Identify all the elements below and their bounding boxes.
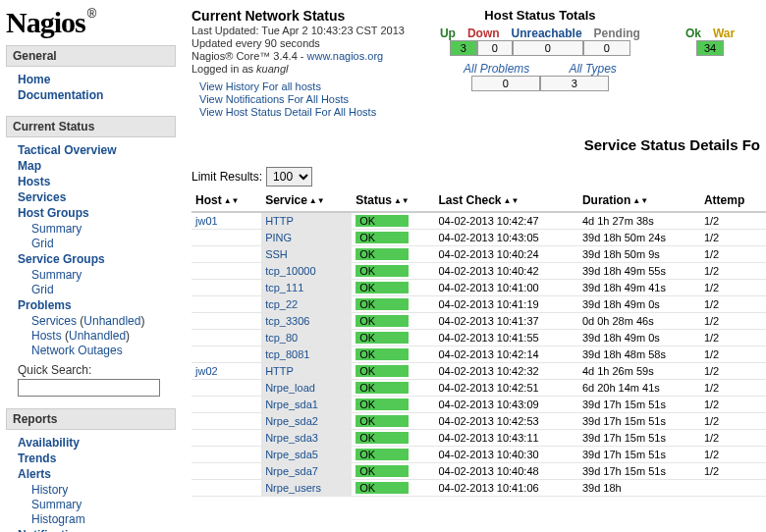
cell-attempt: 1/2 xyxy=(700,363,766,380)
cell-service[interactable]: Nrpe_sda2 xyxy=(261,413,352,430)
cell-service[interactable]: tcp_111 xyxy=(261,280,352,296)
nav-link[interactable]: Network Outages xyxy=(31,344,174,357)
nav-link[interactable]: Trends xyxy=(18,452,174,465)
col-up[interactable]: Up xyxy=(434,27,462,40)
status-last-updated: Last Updated: Tue Apr 2 10:43:23 CST 201… xyxy=(192,25,405,36)
th-attempt[interactable]: Attemp xyxy=(700,190,766,212)
cell-status: OK xyxy=(352,296,434,313)
link-view-history[interactable]: View History For all hosts xyxy=(199,80,405,92)
cell-service[interactable]: tcp_22 xyxy=(261,296,352,313)
th-service[interactable]: Service▲▼ xyxy=(261,190,352,212)
cell-duration: 39d 18h 48m 58s xyxy=(578,346,700,363)
cell-last-check: 04-02-2013 10:41:55 xyxy=(434,330,577,346)
cell-status: OK xyxy=(352,330,434,346)
logo: Nagios ® xyxy=(6,6,176,39)
all-types-label[interactable]: All Types xyxy=(569,62,616,76)
cell-service[interactable]: Nrpe_sda5 xyxy=(261,447,352,463)
quick-search-input[interactable] xyxy=(18,379,160,397)
sort-icon[interactable]: ▲▼ xyxy=(632,197,648,204)
val-up[interactable]: 3 xyxy=(450,40,477,56)
nav-link[interactable]: Alerts xyxy=(18,467,174,481)
cell-duration: 39d 18h 50m 9s xyxy=(578,246,700,263)
cell-service[interactable]: Nrpe_load xyxy=(261,380,352,397)
col-ok[interactable]: Ok xyxy=(680,27,707,40)
cell-duration: 39d 17h 15m 51s xyxy=(578,447,700,463)
val-ok[interactable]: 34 xyxy=(696,40,724,56)
cell-duration: 39d 18h 50m 24s xyxy=(578,230,700,246)
sort-icon[interactable]: ▲▼ xyxy=(504,197,520,204)
cell-service[interactable]: HTTP xyxy=(261,212,352,230)
cell-duration: 39d 18h 49m 41s xyxy=(578,280,700,296)
limit-select[interactable]: 100 xyxy=(266,167,312,186)
cell-service[interactable]: Nrpe_sda3 xyxy=(261,430,352,447)
th-status[interactable]: Status▲▼ xyxy=(352,190,434,212)
cell-service[interactable]: tcp_10000 xyxy=(261,263,352,280)
th-duration[interactable]: Duration▲▼ xyxy=(578,190,700,212)
nav-link[interactable]: Services (Unhandled) xyxy=(31,314,174,328)
nagios-org-link[interactable]: www.nagios.org xyxy=(307,50,384,62)
nav-link[interactable]: Hosts xyxy=(18,175,174,188)
cell-service[interactable]: tcp_8081 xyxy=(261,346,352,363)
nav-link[interactable]: Host Groups xyxy=(18,206,174,220)
cell-attempt: 1/2 xyxy=(700,230,766,246)
val-unreachable[interactable]: 0 xyxy=(513,40,583,56)
nav-link[interactable]: Hosts (Unhandled) xyxy=(31,329,174,343)
nav-link[interactable]: Services xyxy=(18,190,174,204)
cell-service[interactable]: Nrpe_sda1 xyxy=(261,397,352,413)
val-pending[interactable]: 0 xyxy=(583,40,630,56)
nav-link[interactable]: Grid xyxy=(31,237,174,250)
nav-link[interactable]: Summary xyxy=(31,498,174,511)
cell-last-check: 04-02-2013 10:42:51 xyxy=(434,380,577,397)
nav-link[interactable]: Service Groups xyxy=(18,252,174,266)
service-status-totals: Ok War 34 xyxy=(680,8,740,56)
nav-link[interactable]: Documentation xyxy=(18,88,174,102)
th-host[interactable]: Host▲▼ xyxy=(192,190,261,212)
nav-link[interactable]: Grid xyxy=(31,283,174,296)
val-down[interactable]: 0 xyxy=(477,40,513,56)
cell-service[interactable]: HTTP xyxy=(261,363,352,380)
nav-link[interactable]: Map xyxy=(18,159,174,173)
th-last-check[interactable]: Last Check▲▼ xyxy=(434,190,577,212)
link-view-host-detail[interactable]: View Host Status Detail For All Hosts xyxy=(199,106,405,118)
nav-link[interactable]: Home xyxy=(18,73,174,86)
status-title: Current Network Status xyxy=(192,8,405,24)
all-types-val[interactable]: 3 xyxy=(540,76,609,91)
cell-service[interactable]: SSH xyxy=(261,246,352,263)
table-row: tcp_10000OK04-02-2013 10:40:4239d 18h 49… xyxy=(192,263,766,280)
cell-host xyxy=(192,413,261,430)
cell-service[interactable]: Nrpe_sda7 xyxy=(261,463,352,480)
nav-header: Reports xyxy=(6,408,176,430)
col-warn[interactable]: War xyxy=(707,27,740,40)
sort-icon[interactable]: ▲▼ xyxy=(309,197,325,204)
cell-service[interactable]: Nrpe_users xyxy=(261,480,352,497)
cell-host[interactable]: jw01 xyxy=(192,212,261,230)
cell-host xyxy=(192,330,261,346)
cell-service[interactable]: tcp_3306 xyxy=(261,313,352,330)
nav-link[interactable]: Histogram xyxy=(31,512,174,526)
nav-link[interactable]: History xyxy=(31,483,174,497)
cell-last-check: 04-02-2013 10:40:48 xyxy=(434,463,577,480)
col-down[interactable]: Down xyxy=(462,27,506,40)
cell-service[interactable]: tcp_80 xyxy=(261,330,352,346)
nav-link[interactable]: Summary xyxy=(31,222,174,236)
sort-icon[interactable]: ▲▼ xyxy=(394,197,410,204)
cell-host xyxy=(192,397,261,413)
table-row: PINGOK04-02-2013 10:43:0539d 18h 50m 24s… xyxy=(192,230,766,246)
cell-host[interactable]: jw02 xyxy=(192,363,261,380)
nav-link[interactable]: Tactical Overview xyxy=(18,143,174,157)
nav-link[interactable]: Availability xyxy=(18,436,174,450)
cell-attempt: 1/2 xyxy=(700,246,766,263)
sort-icon[interactable]: ▲▼ xyxy=(224,197,240,204)
link-view-notifications[interactable]: View Notifications For All Hosts xyxy=(199,93,405,105)
nav-link[interactable]: Summary xyxy=(31,268,174,282)
nav-link[interactable]: Problems xyxy=(18,298,174,312)
col-pending[interactable]: Pending xyxy=(588,27,646,40)
all-problems-label[interactable]: All Problems xyxy=(464,62,529,76)
cell-duration: 39d 17h 15m 51s xyxy=(578,430,700,447)
nav-link[interactable]: Notifications xyxy=(18,528,174,532)
cell-duration: 39d 17h 15m 51s xyxy=(578,463,700,480)
all-problems-val[interactable]: 0 xyxy=(471,76,540,91)
cell-last-check: 04-02-2013 10:43:09 xyxy=(434,397,577,413)
cell-service[interactable]: PING xyxy=(261,230,352,246)
col-unreachable[interactable]: Unreachable xyxy=(506,27,588,40)
